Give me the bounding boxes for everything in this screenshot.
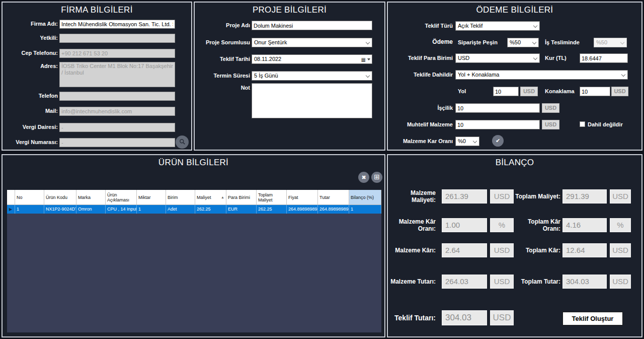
chevron-down-icon	[532, 40, 536, 44]
close-icon: ✖	[361, 174, 366, 180]
add-product-button[interactable]: ⊞	[371, 172, 382, 183]
malzeme-maliyeti-label: Malzeme Maliyeti:	[389, 189, 436, 204]
odeme-label: Ödeme	[389, 39, 453, 45]
teklif-turu-select[interactable]: Açık Teklif	[455, 21, 540, 31]
col-marka[interactable]: Marka	[76, 190, 106, 205]
is-tesliminde-value: %50	[596, 39, 607, 45]
teklife-dahildir-label: Teklife Dahildir	[389, 72, 453, 78]
dahil-degildir-checkbox[interactable]	[580, 121, 585, 127]
toplam-kar-orani-label: Toplam Kâr Oranı:	[515, 218, 560, 233]
cep-telefonu-input[interactable]	[59, 49, 175, 58]
apply-kar-orani-button[interactable]: ✔	[492, 135, 504, 147]
konaklama-currency-button[interactable]: USD	[611, 87, 628, 96]
col-miktar[interactable]: Miktar	[137, 190, 166, 205]
proje-sorumlusu-select[interactable]: Onur Şentürk	[252, 38, 372, 47]
toplam-tutar-unit: USD	[610, 275, 631, 289]
cell-marka: Omron	[76, 205, 106, 214]
col-toplam-maliyet[interactable]: Toplam Maliyet	[257, 190, 287, 205]
delete-product-button[interactable]: ✖	[358, 172, 369, 183]
iscilik-input[interactable]	[455, 103, 540, 113]
cell-tutar: 264.89898989...	[318, 205, 349, 214]
toplam-maliyet-value: 291.39	[562, 189, 607, 204]
proje-sorumlusu-label: Proje Sorumlusu	[196, 39, 250, 46]
toplam-tutar-value: 304.03	[562, 275, 607, 289]
teklif-tarihi-datepicker[interactable]: 08.11.2022 ▦	[252, 54, 372, 64]
teklif-para-birimi-value: USD	[458, 55, 469, 61]
products-grid: No Ürün Kodu Marka Ürün Açıklaması Mikta…	[7, 190, 381, 332]
cell-birim: Adet	[166, 205, 195, 214]
kur-input[interactable]	[580, 53, 628, 63]
teklif-tutari-value: 304.03	[442, 310, 487, 325]
proje-adi-input[interactable]	[252, 21, 372, 30]
vergi-numarasi-input[interactable]	[59, 138, 175, 147]
konaklama-input[interactable]	[580, 87, 610, 96]
yol-input[interactable]	[493, 87, 519, 96]
calendar-icon: ▦	[361, 56, 366, 64]
proje-adi-label: Proje Adı	[196, 22, 250, 29]
col-birim[interactable]: Birim	[166, 190, 195, 205]
cell-no: 1	[15, 205, 44, 214]
proje-panel-title: PROJE BİLGİLERİ	[195, 5, 384, 15]
malzeme-kar-orani-select[interactable]: %0	[455, 137, 479, 146]
grid-empty-area	[7, 214, 381, 332]
teklif-para-birimi-select[interactable]: USD	[455, 53, 540, 63]
is-tesliminde-select[interactable]: %50	[594, 38, 627, 47]
termin-suresi-value: 5 İş Günü	[254, 73, 278, 79]
muhtelif-malzeme-label: Muhtelif Malzeme	[389, 121, 453, 128]
chevron-down-icon	[473, 139, 477, 143]
teklife-dahildir-select[interactable]: Yol + Konaklama	[455, 70, 628, 80]
col-fiyat[interactable]: Fiyat	[287, 190, 318, 205]
col-urun-aciklamasi[interactable]: Ürün Açıklaması	[106, 190, 137, 205]
vergi-dairesi-label: Vergi Dairesi:	[4, 124, 58, 130]
col-tutar[interactable]: Tutar	[318, 190, 349, 205]
sipariste-pesin-value: %50	[510, 39, 521, 45]
firma-adi-label: Firma Adı:	[4, 21, 58, 27]
urun-panel-title: ÜRÜN BİLGİLERİ	[3, 158, 384, 168]
malzeme-kar-orani-b-unit: %	[490, 218, 514, 232]
malzeme-kar-orani-b-label: Malzeme Kâr Oranı:	[389, 218, 436, 233]
malzeme-kar-orani-value: %0	[458, 138, 466, 144]
cell-bilanco: 1	[349, 205, 381, 214]
telefon-input[interactable]	[59, 92, 175, 101]
yetkili-label: Yetkili:	[4, 35, 58, 41]
table-row[interactable]: ▶ 1 NX1P2-9024DT Omron CPU , 14 Input,..…	[7, 205, 381, 214]
cell-para-birimi: EUR	[226, 205, 257, 214]
col-maliyet[interactable]: Maliyet ▲	[195, 190, 226, 205]
termin-suresi-label: Termin Süresi	[196, 73, 250, 79]
mail-input[interactable]	[59, 107, 175, 116]
cell-urun-kodu: NX1P2-9024DT	[44, 205, 76, 214]
mail-label: Mail:	[4, 108, 58, 114]
teklif-turu-label: Teklif Türü	[389, 23, 453, 29]
search-icon	[179, 138, 186, 146]
toplam-maliyet-unit: USD	[610, 189, 631, 204]
col-urun-kodu[interactable]: Ürün Kodu	[44, 190, 76, 205]
adres-textarea[interactable]: İOSB Triko Center M1 Blok No:17 Başakşeh…	[59, 62, 175, 87]
yetkili-input[interactable]	[59, 34, 175, 43]
teklif-olustur-button[interactable]: Teklif Oluştur	[562, 312, 623, 325]
cell-fiyat: 264.89898989...	[287, 205, 318, 214]
vergi-dairesi-input[interactable]	[59, 123, 175, 132]
col-no[interactable]: No	[15, 190, 44, 205]
muhtelif-currency-button[interactable]: USD	[542, 120, 559, 129]
cell-urun-aciklamasi: CPU , 14 Input,...	[106, 205, 137, 214]
sipariste-pesin-select[interactable]: %50	[507, 38, 539, 47]
muhtelif-malzeme-input[interactable]	[455, 120, 540, 129]
termin-suresi-select[interactable]: 5 İş Günü	[252, 71, 372, 81]
checkmark-icon: ✔	[496, 138, 500, 144]
sipariste-pesin-label: Siparişte Peşin	[458, 39, 498, 45]
row-selector-header[interactable]	[7, 190, 15, 205]
vergi-numarasi-label: Vergi Numarası:	[4, 139, 58, 146]
malzeme-kar-orani-label: Malzeme Kar Oranı	[389, 138, 453, 145]
firma-adi-input[interactable]	[59, 20, 175, 29]
iscilik-currency-button[interactable]: USD	[542, 103, 559, 113]
chevron-down-icon	[621, 73, 625, 77]
adres-label: Adres:	[4, 63, 58, 70]
col-para-birimi[interactable]: Para Birimi	[226, 190, 257, 205]
chevron-down-icon	[620, 40, 624, 44]
yol-currency-button[interactable]: USD	[520, 87, 538, 96]
toplam-kar-orani-value: 4.16	[562, 218, 607, 232]
col-bilanco[interactable]: Bilanço (%)	[349, 190, 381, 205]
firma-search-button[interactable]	[176, 135, 189, 149]
panel-firma-bilgileri: FİRMA BİLGİLERİ Firma Adı: Yetkili: Cep …	[2, 2, 192, 151]
not-textarea[interactable]	[252, 83, 372, 118]
